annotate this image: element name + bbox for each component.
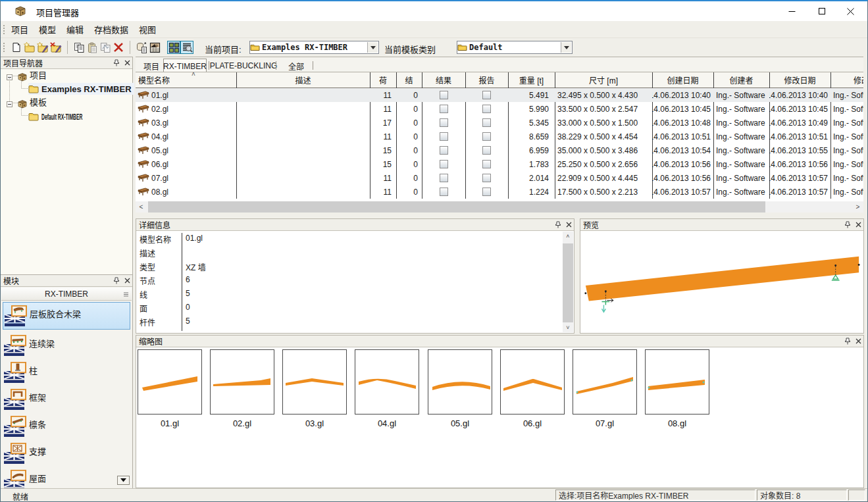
menu-item-4[interactable]: 存档数据 [89, 21, 134, 38]
current-project-combobox[interactable]: Examples RX-TIMBER [249, 41, 379, 54]
new-project-folder-button[interactable] [23, 41, 36, 54]
column-header-1[interactable]: 模型名称˄ [136, 72, 236, 88]
column-header-9[interactable]: 创建日期 [652, 72, 713, 88]
new-document-button[interactable] [10, 41, 23, 54]
scroll-right-icon[interactable]: ˃ [852, 201, 863, 213]
view-thumbnails-button[interactable] [167, 41, 180, 54]
tree-leaf-label[interactable]: Default RX-TIMBER [41, 113, 82, 121]
report-checkbox[interactable] [482, 188, 491, 196]
details-close-icon[interactable] [563, 220, 574, 230]
column-header-7[interactable]: 重量 [t] [508, 72, 555, 88]
tab-全部[interactable]: 全部 [282, 59, 311, 73]
thumbnail-04.gl[interactable] [355, 349, 419, 414]
tree-node-projects[interactable]: 项目 [7, 71, 47, 83]
scroll-down-icon[interactable]: ˅ [563, 323, 573, 332]
tree-collapse-icon[interactable] [7, 101, 13, 107]
table-row-04.gl[interactable]: 04.gl1108.65938.229 x 0.500 x 4.45414.06… [136, 130, 863, 143]
column-header-12[interactable]: 修改者 [830, 72, 863, 88]
delete-project-folder-button[interactable] [49, 41, 63, 54]
thumbnails-close-icon[interactable] [853, 337, 863, 346]
column-header-8[interactable]: 尺寸 [m] [555, 72, 652, 88]
copy-model-button[interactable] [99, 41, 112, 54]
scroll-up-icon[interactable]: ˄ [563, 232, 573, 241]
report-checkbox[interactable] [482, 118, 491, 127]
menu-item-2[interactable]: 模型 [34, 21, 61, 38]
modules-group-header[interactable]: RX-TIMBER [1, 288, 132, 301]
tab-plate-buckling[interactable]: PLATE-BUCKLING [213, 59, 274, 73]
edit-project-folder-button[interactable] [36, 41, 49, 54]
table-row-06.gl[interactable]: 06.gl1501.78325.250 x 0.500 x 2.65614.06… [136, 157, 863, 171]
column-header-5[interactable]: 结果 [422, 72, 465, 88]
column-header-10[interactable]: 创建者 [713, 72, 769, 88]
scroll-left-icon[interactable]: ˂ [136, 201, 147, 213]
module-item-bracing[interactable]: 支撑 [3, 440, 130, 467]
table-scroll-thumb[interactable] [148, 201, 765, 213]
tree-node-label[interactable]: 模板 [30, 98, 47, 107]
tab-项目[interactable]: 项目 [139, 59, 164, 73]
details-scrollbar[interactable]: ˄ ˅ [563, 232, 573, 332]
modules-scroll-down-button[interactable] [117, 476, 130, 485]
result-checkbox[interactable] [440, 132, 448, 141]
close-button[interactable] [836, 1, 865, 21]
thumbnail-06.gl[interactable] [500, 349, 565, 414]
result-checkbox[interactable] [440, 146, 448, 155]
table-row-03.gl[interactable]: 03.gl1705.34533.000 x 0.500 x 1.50014.06… [136, 116, 863, 130]
tree-node-label[interactable]: 项目 [30, 71, 47, 80]
menu-item-1[interactable]: 项目 [6, 21, 34, 38]
result-checkbox[interactable] [440, 91, 448, 99]
report-checkbox[interactable] [482, 174, 491, 182]
column-header-11[interactable]: 修改日期 [769, 72, 830, 88]
report-checkbox[interactable] [482, 105, 491, 113]
table-row-02.gl[interactable]: 02.gl1105.99033.500 x 0.500 x 2.54714.06… [136, 102, 863, 116]
menu-item-5[interactable]: 视图 [134, 21, 161, 38]
report-checkbox[interactable] [482, 146, 491, 155]
table-row-08.gl[interactable]: 08.gl1101.22417.500 x 0.500 x 2.21314.06… [136, 185, 863, 199]
thumbnail-02.gl[interactable] [210, 349, 274, 414]
tree-leaf-label[interactable]: Examples RX-TIMBER [41, 85, 132, 93]
thumbnails-pin-icon[interactable] [842, 337, 853, 346]
navigator-pin-icon[interactable] [111, 59, 122, 68]
export-database-button[interactable] [135, 41, 148, 54]
result-checkbox[interactable] [440, 118, 448, 127]
module-item-glulam[interactable]: 层板胶合木梁 [3, 302, 130, 330]
delete-button[interactable] [112, 41, 125, 54]
thumbnail-01.gl[interactable] [138, 349, 202, 414]
preview-close-icon[interactable] [853, 220, 863, 230]
table-horizontal-scrollbar[interactable]: ˂˃ [136, 201, 863, 213]
report-checkbox[interactable] [482, 160, 491, 168]
dropdown-arrow-icon[interactable] [367, 42, 378, 53]
report-checkbox[interactable] [482, 132, 491, 141]
tree-leaf-default-rx-timber[interactable]: Default RX-TIMBER [28, 111, 120, 122]
modules-pin-icon[interactable] [111, 276, 122, 286]
module-item-frame[interactable]: 框架 [3, 386, 130, 413]
details-scroll-thumb[interactable] [563, 243, 573, 322]
module-item-purlin[interactable]: 檩条 [3, 413, 130, 440]
thumbnail-03.gl[interactable] [282, 349, 347, 414]
details-pin-icon[interactable] [553, 220, 563, 230]
result-checkbox[interactable] [440, 174, 448, 182]
paste-button[interactable] [86, 41, 99, 54]
column-header-4[interactable]: 结 [396, 72, 422, 88]
module-item-column[interactable]: 柱 [3, 359, 130, 386]
copy-button[interactable] [72, 41, 86, 54]
module-item-roof[interactable]: 屋面 [3, 467, 130, 488]
table-row-07.gl[interactable]: 07.gl1102.01422.909 x 0.500 x 4.44514.06… [136, 171, 863, 185]
column-header-2[interactable]: 描述 [236, 72, 370, 88]
result-checkbox[interactable] [440, 188, 448, 196]
template-category-combobox[interactable]: Default [457, 41, 573, 54]
table-row-01.gl[interactable]: 01.gl1105.49132.495 x 0.500 x 4.43014.06… [136, 88, 863, 102]
modules-group-menu-icon[interactable] [123, 291, 129, 297]
tab-rx-timber[interactable]: RX-TIMBER [163, 59, 207, 73]
thumbnail-07.gl[interactable] [573, 349, 637, 414]
dropdown-arrow-icon[interactable] [561, 42, 571, 53]
preview-3d-view[interactable] [581, 232, 863, 332]
modules-close-icon[interactable] [122, 276, 132, 286]
minimize-button[interactable] [777, 1, 807, 21]
tree-node-templates[interactable]: 模板 [7, 98, 47, 110]
tree-leaf-examples-rx-timber[interactable]: Examples RX-TIMBER [28, 83, 134, 95]
maximize-button[interactable] [807, 1, 836, 21]
column-header-6[interactable]: 报告 [465, 72, 508, 88]
report-checkbox[interactable] [482, 91, 491, 99]
menu-item-3[interactable]: 编辑 [61, 21, 89, 38]
result-checkbox[interactable] [440, 105, 448, 113]
